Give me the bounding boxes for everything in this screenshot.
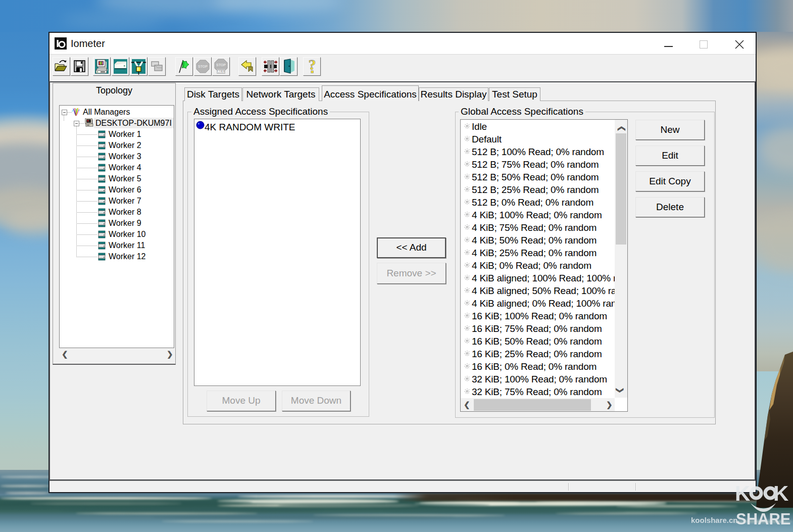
svg-text:?: ? [309, 58, 316, 73]
svg-text:SHARE: SHARE [736, 510, 791, 528]
svg-text:STOP: STOP [216, 63, 226, 67]
svg-text:ALL: ALL [217, 69, 225, 74]
svg-text:koolshare.cn: koolshare.cn [691, 516, 738, 524]
svg-text:K: K [735, 481, 750, 505]
svg-text:STOP: STOP [198, 65, 208, 68]
svg-text:K: K [773, 481, 788, 505]
